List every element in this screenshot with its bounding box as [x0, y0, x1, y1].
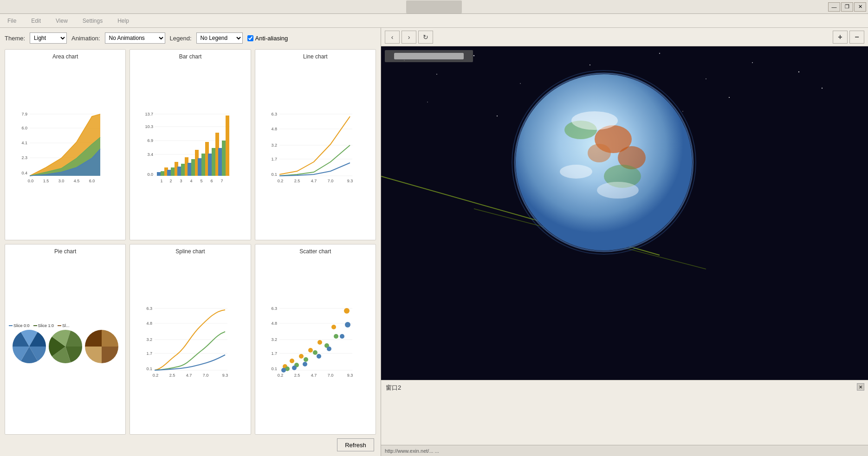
svg-point-148 — [571, 111, 618, 130]
browser-overlay-header — [385, 50, 473, 62]
title-bar-center — [406, 0, 462, 13]
svg-text:2.5: 2.5 — [294, 179, 300, 183]
menu-settings[interactable]: Settings — [80, 17, 105, 25]
svg-text:6.0: 6.0 — [89, 179, 95, 183]
svg-point-127 — [659, 53, 660, 54]
area-chart-card: Area chart 7.9 6.0 4.1 2.3 0.4 0.0 1.5 3… — [5, 49, 126, 240]
svg-text:9.3: 9.3 — [222, 373, 228, 378]
anti-aliasing-text: Anti-aliasing — [255, 35, 288, 42]
menu-view[interactable]: View — [53, 17, 71, 25]
menu-file[interactable]: File — [5, 17, 19, 25]
svg-text:0.2: 0.2 — [153, 373, 159, 378]
browser-zoom-out-button[interactable]: − — [849, 31, 864, 44]
svg-point-107 — [344, 308, 350, 314]
svg-text:3.2: 3.2 — [146, 337, 152, 342]
pie-chart-title: Pie chart — [54, 248, 76, 255]
svg-point-136 — [729, 97, 730, 98]
svg-rect-41 — [177, 167, 181, 176]
svg-point-135 — [682, 111, 683, 112]
window2-close-button[interactable]: ✕ — [857, 383, 864, 391]
svg-point-145 — [588, 144, 611, 162]
main-content: Theme: Light Dark Animation: No Animatio… — [0, 28, 868, 456]
window2-panel: 窗口2 ✕ — [381, 380, 868, 445]
spline-chart-title: Spline chart — [175, 248, 205, 255]
left-panel: Theme: Light Dark Animation: No Animatio… — [0, 28, 381, 456]
svg-text:6.9: 6.9 — [147, 138, 153, 143]
refresh-button[interactable]: Refresh — [337, 438, 374, 451]
animation-select[interactable]: No Animations All Animations — [105, 32, 165, 44]
pie-legend-2-label: Sl... — [62, 323, 70, 328]
svg-rect-39 — [171, 167, 175, 176]
legend-select[interactable]: No Legend Show Legend — [196, 32, 243, 44]
svg-point-130 — [798, 71, 799, 72]
svg-point-150 — [560, 165, 592, 179]
status-bar: http://www.exin.net/... ... — [381, 445, 868, 456]
svg-text:0.1: 0.1 — [272, 366, 278, 371]
pie-svg-0 — [13, 330, 46, 363]
area-chart-title: Area chart — [52, 53, 78, 60]
pie-legend-1: Slice 1:0 — [33, 323, 54, 328]
bar-chart-container: 13.7 10.3 6.9 3.4 0.0 1 2 — [134, 62, 246, 236]
status-url: http://www.exin.net/... ... — [385, 448, 439, 454]
svg-text:2.5: 2.5 — [169, 373, 175, 378]
svg-text:2.5: 2.5 — [294, 373, 300, 378]
svg-point-103 — [299, 354, 304, 359]
svg-point-119 — [340, 334, 344, 339]
svg-text:7.0: 7.0 — [203, 373, 209, 378]
anti-aliasing-label[interactable]: Anti-aliasing — [247, 35, 288, 42]
svg-text:1.7: 1.7 — [146, 351, 152, 356]
refresh-area: Refresh — [5, 435, 376, 451]
svg-text:1.5: 1.5 — [43, 179, 49, 183]
pie-legend-0-label: Slice 0:0 — [13, 323, 30, 328]
svg-point-149 — [597, 182, 639, 199]
svg-text:7: 7 — [220, 179, 223, 183]
svg-text:4.5: 4.5 — [73, 179, 79, 183]
theme-select[interactable]: Light Dark — [30, 32, 67, 44]
line-chart-card: Line chart 6.3 4.8 3.2 1.7 0.1 0.2 2.5 4… — [255, 49, 376, 240]
pie-container: Slice 0:0 Slice 1:0 Sl... — [9, 323, 122, 363]
svg-text:7.0: 7.0 — [328, 179, 334, 183]
svg-point-105 — [317, 340, 322, 345]
svg-point-129 — [752, 62, 753, 63]
svg-point-110 — [304, 357, 308, 362]
browser-zoom-in-button[interactable]: + — [833, 31, 848, 44]
browser-forward-button[interactable]: › — [402, 31, 416, 44]
svg-text:2.3: 2.3 — [21, 155, 27, 160]
close-button[interactable]: ✕ — [854, 2, 866, 12]
svg-point-123 — [436, 74, 437, 75]
minimize-button[interactable]: — — [828, 2, 840, 12]
menu-help[interactable]: Help — [115, 17, 132, 25]
svg-rect-36 — [161, 171, 164, 176]
pie-chart-container: Slice 0:0 Slice 1:0 Sl... — [9, 257, 122, 431]
animation-label: Animation: — [71, 35, 100, 42]
svg-point-102 — [290, 359, 294, 363]
restore-button[interactable]: ❐ — [841, 2, 853, 12]
pie-legend: Slice 0:0 Slice 1:0 Sl... — [9, 323, 70, 328]
svg-text:4.8: 4.8 — [272, 321, 278, 326]
scatter-chart-container: 6.3 4.8 3.2 1.7 0.1 0.2 2.5 4.7 7.0 9.3 — [259, 257, 372, 431]
area-chart-container: 7.9 6.0 4.1 2.3 0.4 0.0 1.5 3.0 4.5 6.0 — [9, 62, 122, 236]
svg-rect-47 — [198, 158, 201, 176]
browser-back-button[interactable]: ‹ — [385, 31, 400, 44]
svg-point-106 — [331, 325, 336, 329]
menu-edit[interactable]: Edit — [28, 17, 44, 25]
svg-rect-44 — [188, 163, 191, 176]
svg-text:2: 2 — [169, 179, 172, 183]
svg-point-114 — [281, 368, 286, 373]
svg-text:7.0: 7.0 — [328, 373, 334, 378]
svg-text:9.3: 9.3 — [347, 373, 353, 378]
svg-text:0.1: 0.1 — [146, 366, 152, 371]
svg-text:4.8: 4.8 — [146, 321, 152, 326]
anti-aliasing-checkbox[interactable] — [247, 35, 253, 41]
svg-text:5: 5 — [200, 179, 202, 183]
browser-toolbar: ‹ › ↻ + − — [381, 28, 868, 46]
line-chart-svg: 6.3 4.8 3.2 1.7 0.1 0.2 2.5 4.7 7.0 9.3 — [264, 107, 366, 191]
right-panel: ‹ › ↻ + − — [381, 28, 868, 456]
svg-rect-51 — [212, 148, 215, 176]
controls-bar: Theme: Light Dark Animation: No Animatio… — [5, 32, 376, 44]
svg-point-120 — [345, 322, 350, 328]
browser-refresh-button[interactable]: ↻ — [418, 31, 433, 44]
svg-text:10.3: 10.3 — [145, 124, 153, 129]
line-chart-title: Line chart — [303, 53, 328, 60]
svg-point-137 — [822, 88, 823, 89]
